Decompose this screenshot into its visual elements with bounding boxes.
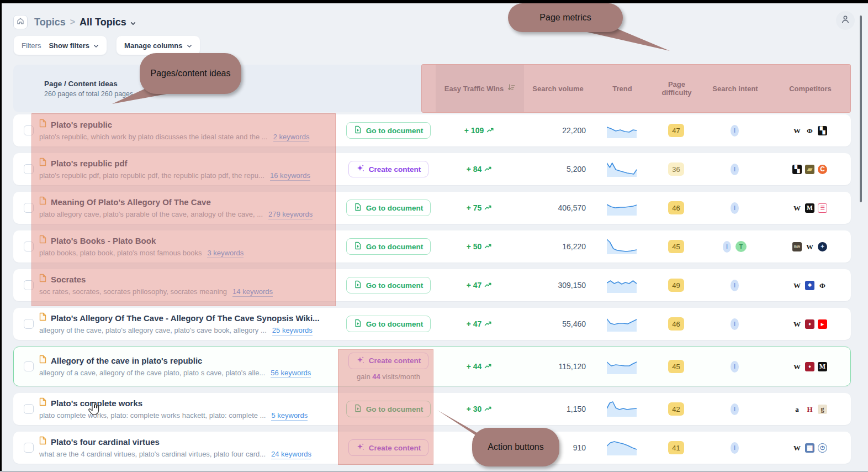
row-checkbox[interactable]	[24, 125, 34, 135]
page-idea-cell: Plato's republic pdf plato's republic pd…	[39, 158, 342, 181]
trend-sparkline	[607, 358, 637, 375]
intent-badge-informational: I	[731, 361, 739, 373]
competitors-cell: W♦▶	[769, 319, 850, 329]
page-idea-cell: Plato's complete works plato complete wo…	[39, 397, 342, 421]
vertical-scrollbar-thumb[interactable]	[860, 15, 862, 202]
action-button[interactable]: Go to document	[346, 200, 431, 216]
action-button[interactable]: Go to document	[346, 316, 431, 332]
column-header-search-volume[interactable]: Search volume	[524, 65, 592, 112]
column-header-page-difficulty[interactable]: Page difficulty	[653, 65, 701, 112]
page-keywords-preview: plato's republic, which work by plato di…	[39, 133, 268, 141]
action-button-label: Go to document	[366, 204, 424, 212]
keywords-link[interactable]: 24 keywords	[271, 450, 311, 459]
keywords-link[interactable]: 56 keywords	[271, 369, 311, 378]
row-checkbox[interactable]	[24, 319, 34, 329]
intent-cell: I	[700, 125, 769, 137]
column-header-trend[interactable]: Trend	[592, 65, 653, 112]
h-serif-logo-icon: H	[805, 405, 814, 414]
page-title[interactable]: Socrates	[51, 275, 86, 284]
difficulty-cell: 49	[652, 279, 700, 292]
breadcrumb-current-label: All Topics	[80, 17, 126, 28]
trending-up-icon	[484, 281, 492, 290]
page-title[interactable]: Plato's Books - Plato Book	[51, 236, 156, 245]
action-button[interactable]: Go to document	[346, 122, 431, 139]
action-cell: Create content gain 44 visits/month	[342, 353, 435, 381]
column-header-competitors[interactable]: Competitors	[770, 65, 851, 112]
row-checkbox[interactable]	[24, 164, 34, 174]
document-go-icon	[354, 125, 362, 135]
keywords-link[interactable]: 2 keywords	[273, 133, 310, 142]
keywords-link[interactable]: 279 keywords	[268, 210, 313, 219]
filters-group: Filters Show filters	[13, 35, 107, 55]
page-title[interactable]: Meaning Of Plato's Allegory Of The Cave	[51, 197, 211, 207]
column-header-easy-traffic-wins[interactable]: Easy Traffic Wins	[436, 65, 524, 112]
traffic-win-value: + 84	[467, 165, 482, 174]
keywords-link[interactable]: 3 keywords	[207, 249, 244, 258]
home-icon	[16, 17, 25, 28]
chevron-down-icon	[187, 41, 192, 50]
action-button-label: Create content	[369, 444, 421, 452]
table-header: Page / Content ideas 260 pages of total …	[13, 65, 851, 112]
trend-cell	[591, 238, 652, 255]
search-volume-value: 22,200	[523, 126, 591, 135]
breadcrumb-topics[interactable]: Topics	[34, 17, 66, 28]
intent-badge-informational: I	[723, 241, 731, 253]
search-volume-value: 309,150	[523, 281, 591, 290]
show-filters-button[interactable]: Show filters	[49, 41, 99, 50]
keywords-link[interactable]: 16 keywords	[270, 171, 310, 181]
page-title[interactable]: Plato's republic	[51, 120, 112, 129]
breadcrumb-all-topics[interactable]: All Topics	[80, 17, 136, 28]
manage-columns-button[interactable]: Manage columns	[124, 41, 192, 50]
action-cell: Go to document	[342, 277, 435, 293]
action-cell: Go to document	[342, 316, 435, 332]
search-volume-value: 16,220	[523, 242, 591, 251]
page-idea-cell: Socrates soc rates, socrates, socrates p…	[39, 274, 342, 297]
keywords-link[interactable]: 14 keywords	[232, 287, 273, 297]
difficulty-badge: 42	[668, 402, 684, 416]
trend-sparkline	[607, 122, 637, 139]
table-row: Plato's republic plato's republic, which…	[13, 114, 851, 146]
document-icon	[39, 274, 46, 285]
action-button[interactable]: Create content	[348, 353, 429, 369]
page-title[interactable]: Allegory of the cave in plato's republic	[51, 356, 202, 365]
row-checkbox[interactable]	[24, 203, 34, 213]
page-keywords-preview: allegory of a cave, allegory of the cave…	[39, 369, 265, 377]
action-button[interactable]: Create content	[348, 161, 429, 177]
action-button[interactable]: Go to document	[346, 277, 431, 293]
row-checkbox[interactable]	[24, 404, 34, 414]
document-go-icon	[354, 319, 362, 329]
trending-up-icon	[484, 405, 492, 413]
action-button[interactable]: Go to document	[346, 238, 431, 255]
row-checkbox[interactable]	[24, 443, 34, 453]
document-go-icon	[354, 404, 362, 414]
page-keywords-preview: plato books, plato book, plato's most fa…	[39, 249, 202, 257]
difficulty-cell: 47	[652, 124, 700, 137]
keywords-link[interactable]: 25 keywords	[272, 326, 313, 335]
page-title[interactable]: Plato's complete works	[51, 398, 142, 408]
rows: Plato's republic plato's republic, which…	[13, 114, 851, 470]
keywords-link[interactable]: 5 keywords	[271, 411, 308, 421]
topbar: Topics > All Topics	[13, 11, 855, 33]
column-header-search-intent[interactable]: Search intent	[701, 65, 770, 112]
user-avatar-button[interactable]	[836, 11, 855, 30]
page-title[interactable]: Plato's four cardinal virtues	[51, 437, 160, 447]
traffic-win-value: + 44	[467, 362, 482, 371]
row-checkbox[interactable]	[24, 242, 34, 251]
sparkles-icon	[356, 443, 364, 453]
traffic-win: + 84	[435, 165, 523, 174]
gain-note: gain 44 visits/month	[357, 373, 420, 381]
traffic-win-value: + 50	[467, 242, 482, 251]
intent-badge-transactional: T	[735, 241, 747, 252]
row-checkbox[interactable]	[24, 361, 34, 371]
page-idea-cell: Plato's Books - Plato Book plato books, …	[39, 235, 342, 258]
trend-cell	[591, 122, 652, 139]
table-row: Socrates soc rates, socrates, socrates p…	[13, 269, 851, 301]
home-button[interactable]	[13, 15, 28, 29]
action-button[interactable]: Create content	[348, 439, 429, 456]
row-checkbox[interactable]	[24, 280, 34, 290]
page-title[interactable]: Plato's republic pdf	[51, 159, 128, 168]
action-button-label: Go to document	[366, 243, 424, 251]
action-button[interactable]: Go to document	[346, 401, 431, 417]
page-title[interactable]: Plato's Allegory Of The Cave - Allegory …	[51, 313, 320, 323]
action-cell: Go to document	[342, 122, 435, 139]
